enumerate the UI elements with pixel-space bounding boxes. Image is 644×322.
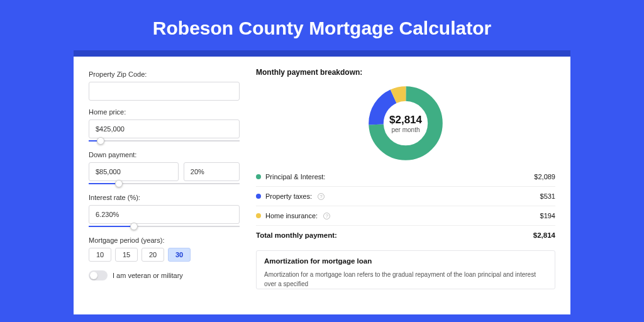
rate-slider[interactable] bbox=[89, 223, 240, 230]
rate-input[interactable] bbox=[89, 205, 240, 224]
legend-row: Property taxes:?$531 bbox=[256, 187, 555, 206]
legend-label: Principal & Interest: bbox=[265, 173, 325, 180]
period-option-20[interactable]: 20 bbox=[142, 248, 164, 262]
legend-row: Principal & Interest:$2,089 bbox=[256, 167, 555, 187]
period-option-30[interactable]: 30 bbox=[168, 248, 191, 262]
period-label: Mortgage period (years): bbox=[89, 236, 240, 244]
legend-dot bbox=[256, 194, 261, 199]
total-label: Total monthly payment: bbox=[256, 231, 337, 239]
veteran-toggle[interactable] bbox=[89, 270, 108, 280]
donut-chart: $2,814 per month bbox=[256, 78, 555, 167]
period-segment: 10152030 bbox=[89, 248, 240, 262]
donut-sub: per month bbox=[391, 126, 419, 133]
legend-label: Home insurance: bbox=[265, 212, 318, 219]
price-slider[interactable] bbox=[89, 137, 240, 145]
rate-label: Interest rate (%): bbox=[89, 194, 240, 201]
period-option-10[interactable]: 10 bbox=[89, 248, 111, 262]
legend-value: $194 bbox=[540, 212, 555, 219]
donut-amount: $2,814 bbox=[389, 114, 422, 126]
breakdown-panel: Monthly payment breakdown: $2,814 per mo… bbox=[256, 68, 555, 314]
legend-dot bbox=[256, 174, 261, 179]
total-value: $2,814 bbox=[533, 231, 555, 239]
legend-value: $531 bbox=[540, 192, 555, 200]
info-icon[interactable]: ? bbox=[318, 193, 325, 200]
amortization-title: Amortization for mortgage loan bbox=[264, 257, 547, 265]
legend-label: Property taxes: bbox=[265, 192, 312, 200]
price-input[interactable] bbox=[89, 119, 240, 138]
legend-value: $2,089 bbox=[534, 173, 555, 180]
legend-dot bbox=[256, 213, 261, 218]
form-panel: Property Zip Code: Home price: Down paym… bbox=[89, 68, 240, 314]
veteran-label: I am veteran or military bbox=[113, 272, 183, 279]
amortization-text: Amortization for a mortgage loan refers … bbox=[264, 270, 547, 289]
amortization-box: Amortization for mortgage loan Amortizat… bbox=[256, 250, 555, 289]
down-amount-input[interactable] bbox=[89, 162, 179, 181]
legend: Principal & Interest:$2,089Property taxe… bbox=[256, 167, 555, 226]
down-label: Down payment: bbox=[89, 151, 240, 158]
legend-row: Home insurance:?$194 bbox=[256, 206, 555, 226]
period-option-15[interactable]: 15 bbox=[115, 248, 138, 262]
down-percent-input[interactable] bbox=[184, 162, 240, 181]
price-label: Home price: bbox=[89, 108, 240, 116]
calculator-card: Property Zip Code: Home price: Down paym… bbox=[74, 50, 570, 314]
zip-input[interactable] bbox=[89, 82, 240, 101]
info-icon[interactable]: ? bbox=[323, 213, 330, 219]
breakdown-title: Monthly payment breakdown: bbox=[256, 68, 555, 77]
page-title: Robeson County Mortgage Calculator bbox=[0, 0, 644, 50]
down-slider[interactable] bbox=[89, 180, 240, 187]
zip-label: Property Zip Code: bbox=[89, 70, 240, 78]
